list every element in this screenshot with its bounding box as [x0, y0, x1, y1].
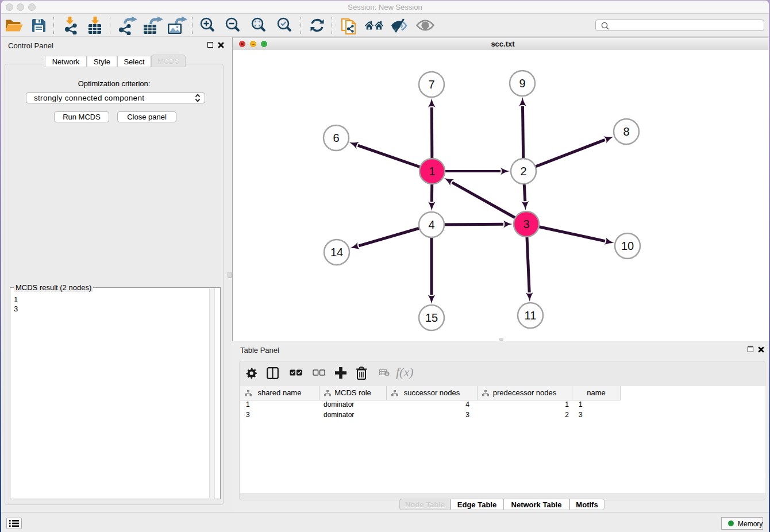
- svg-text:8: 8: [623, 125, 629, 138]
- svg-text:10: 10: [621, 240, 634, 252]
- svg-text:9: 9: [519, 77, 525, 90]
- svg-text:11: 11: [525, 309, 537, 322]
- svg-text:3: 3: [523, 218, 529, 230]
- svg-text:14: 14: [330, 246, 343, 259]
- svg-text:1: 1: [429, 165, 435, 178]
- svg-text:15: 15: [425, 311, 438, 324]
- svg-text:4: 4: [428, 218, 434, 231]
- svg-text:6: 6: [333, 132, 339, 144]
- svg-text:7: 7: [428, 78, 434, 91]
- svg-text:2: 2: [520, 165, 526, 178]
